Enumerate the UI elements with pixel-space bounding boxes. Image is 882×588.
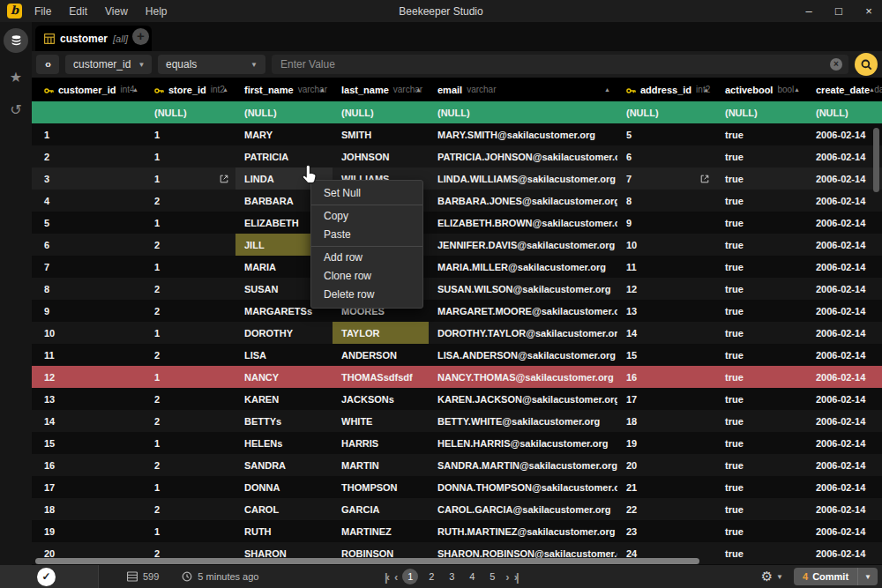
- table-cell[interactable]: (NULL): [807, 101, 882, 123]
- table-row[interactable]: 182CAROLGARCIACAROL.GARCIA@sakilacustome…: [32, 498, 882, 520]
- table-cell[interactable]: BETTY.WHITE@sakilacustomer.org: [429, 410, 617, 432]
- table-cell[interactable]: DOROTHY: [235, 322, 333, 344]
- last-refresh-group[interactable]: 5 minutes ago: [182, 571, 258, 582]
- table-cell[interactable]: (NULL): [617, 101, 716, 123]
- commit-dropdown-button[interactable]: ▼: [857, 568, 878, 585]
- table-cell[interactable]: 9: [35, 300, 146, 322]
- table-cell[interactable]: (NULL): [235, 101, 333, 123]
- header-cell-email[interactable]: emailvarchar▲: [429, 78, 617, 101]
- table-cell[interactable]: 2006-02-14: [807, 278, 882, 300]
- table-cell[interactable]: 16: [35, 454, 146, 476]
- table-cell[interactable]: true: [716, 256, 807, 278]
- table-cell[interactable]: 1: [146, 212, 235, 234]
- table-cell[interactable]: 5: [35, 212, 146, 234]
- table-cell[interactable]: 13: [35, 388, 146, 410]
- context-menu-item-copy[interactable]: Copy: [311, 207, 422, 226]
- table-cell[interactable]: true: [716, 498, 807, 520]
- filter-operator-dropdown[interactable]: equals ▼: [158, 55, 265, 74]
- table-row[interactable]: 42BARBARAJONESBARBARA.JONES@sakilacustom…: [32, 190, 882, 212]
- pagination-page-4[interactable]: 4: [465, 571, 479, 582]
- header-cell-first_name[interactable]: first_namevarchar▲: [235, 78, 333, 101]
- table-cell[interactable]: 23: [617, 520, 716, 542]
- vertical-scrollbar[interactable]: [873, 128, 879, 192]
- header-cell-address_id[interactable]: address_idint2▲: [617, 78, 716, 101]
- pagination-page-3[interactable]: 3: [445, 571, 459, 582]
- clear-input-icon[interactable]: ×: [830, 58, 842, 71]
- table-row[interactable]: 11MARYSMITHMARY.SMITH@sakilacustomer.org…: [32, 123, 882, 145]
- table-cell[interactable]: ANDERSON: [333, 344, 429, 366]
- table-cell[interactable]: TAYLOR: [333, 322, 429, 344]
- table-cell[interactable]: true: [716, 476, 807, 498]
- table-cell[interactable]: (NULL): [429, 101, 617, 123]
- table-cell[interactable]: KAREN: [235, 388, 333, 410]
- table-cell[interactable]: 19: [35, 520, 146, 542]
- menu-edit[interactable]: Edit: [69, 5, 87, 18]
- menu-help[interactable]: Help: [146, 5, 168, 18]
- table-cell[interactable]: true: [716, 145, 807, 167]
- table-row[interactable]: 31LINDAWILLIAMSLINDA.WILLIAMS@sakilacust…: [32, 167, 882, 190]
- table-cell[interactable]: 1: [146, 476, 235, 498]
- table-cell[interactable]: 2006-02-14: [807, 520, 882, 542]
- table-cell[interactable]: JACKSONs: [333, 388, 429, 410]
- table-cell[interactable]: 2: [146, 454, 235, 476]
- table-cell[interactable]: 21: [617, 476, 716, 498]
- table-cell[interactable]: 2: [146, 278, 235, 300]
- window-close-button[interactable]: ×: [863, 4, 875, 18]
- table-cell[interactable]: 1: [146, 123, 235, 145]
- table-cell[interactable]: 2: [146, 300, 235, 322]
- table-cell[interactable]: WHITE: [333, 410, 429, 432]
- table-cell[interactable]: 9: [617, 212, 716, 234]
- table-cell[interactable]: 2: [35, 145, 146, 167]
- context-menu-item-set-null[interactable]: Set Null: [311, 184, 422, 203]
- table-cell[interactable]: SUSAN.WILSON@sakilacustomer.org: [429, 278, 617, 300]
- table-cell[interactable]: (NULL): [333, 101, 429, 123]
- table-cell[interactable]: MARTIN: [333, 454, 429, 476]
- table-cell[interactable]: 1: [146, 432, 235, 454]
- table-cell[interactable]: 2006-02-14: [807, 256, 882, 278]
- table-cell[interactable]: 19: [617, 432, 716, 454]
- table-cell[interactable]: true: [716, 344, 807, 366]
- header-cell-last_name[interactable]: last_namevarchar▲: [333, 78, 429, 101]
- table-row[interactable]: 132KARENJACKSONsKAREN.JACKSON@sakilacust…: [32, 388, 882, 410]
- table-cell[interactable]: 2006-02-14: [807, 234, 882, 256]
- table-cell[interactable]: RUTH: [235, 520, 333, 542]
- table-cell[interactable]: true: [716, 410, 807, 432]
- table-row[interactable]: 51ELIZABETHBROWNELIZABETH.BROWN@sakilacu…: [32, 212, 882, 234]
- table-cell[interactable]: DONNA.THOMPSON@sakilacustomer.org: [429, 476, 617, 498]
- table-cell[interactable]: 8: [35, 278, 146, 300]
- table-cell[interactable]: 1: [146, 366, 235, 388]
- table-cell[interactable]: 2: [146, 410, 235, 432]
- context-menu-item-add-row[interactable]: Add row: [311, 249, 422, 267]
- foreign-key-link-icon[interactable]: [220, 175, 228, 183]
- context-menu-item-paste[interactable]: Paste: [311, 226, 422, 244]
- table-row[interactable]: 82SUSANWILSONSUSAN.WILSON@sakilacustomer…: [32, 278, 882, 300]
- table-cell[interactable]: HELENs: [235, 432, 333, 454]
- table-row[interactable]: 121NANCYTHOMASsdfsdfNANCY.THOMAS@sakilac…: [32, 366, 882, 388]
- context-menu-item-clone-row[interactable]: Clone row: [311, 267, 422, 286]
- table-cell[interactable]: 2: [146, 190, 235, 212]
- table-cell[interactable]: 2: [146, 498, 235, 520]
- table-cell[interactable]: NANCY.THOMAS@sakilacustomer.org: [429, 366, 617, 388]
- table-cell[interactable]: GARCIA: [333, 498, 429, 520]
- table-cell[interactable]: 7: [617, 167, 716, 190]
- table-cell[interactable]: 2006-02-14: [807, 212, 882, 234]
- table-cell[interactable]: 11: [617, 256, 716, 278]
- table-cell[interactable]: LINDA.WILLIAMS@sakilacustomer.org: [429, 167, 617, 190]
- sql-toggle-button[interactable]: ‹›: [36, 55, 59, 74]
- table-cell[interactable]: 6: [617, 145, 716, 167]
- table-cell[interactable]: MARIA.MILLER@sakilacustomer.org: [429, 256, 617, 278]
- table-cell[interactable]: 1: [146, 256, 235, 278]
- table-cell[interactable]: SANDRA: [235, 454, 333, 476]
- table-cell[interactable]: 17: [35, 476, 146, 498]
- table-row[interactable]: 112LISAANDERSONLISA.ANDERSON@sakilacusto…: [32, 344, 882, 366]
- table-cell[interactable]: 6: [35, 234, 146, 256]
- table-cell[interactable]: DOROTHY.TAYLOR@sakilacustomer.org: [429, 322, 617, 344]
- table-cell[interactable]: true: [716, 190, 807, 212]
- table-row[interactable]: 71MARIAMILLERMARIA.MILLER@sakilacustomer…: [32, 256, 882, 278]
- pagination-page-5[interactable]: 5: [485, 571, 499, 582]
- table-cell[interactable]: true: [716, 278, 807, 300]
- table-cell[interactable]: true: [716, 388, 807, 410]
- table-cell[interactable]: MARY.SMITH@sakilacustomer.org: [429, 123, 617, 145]
- table-cell[interactable]: 2006-02-14: [807, 322, 882, 344]
- table-cell[interactable]: true: [716, 212, 807, 234]
